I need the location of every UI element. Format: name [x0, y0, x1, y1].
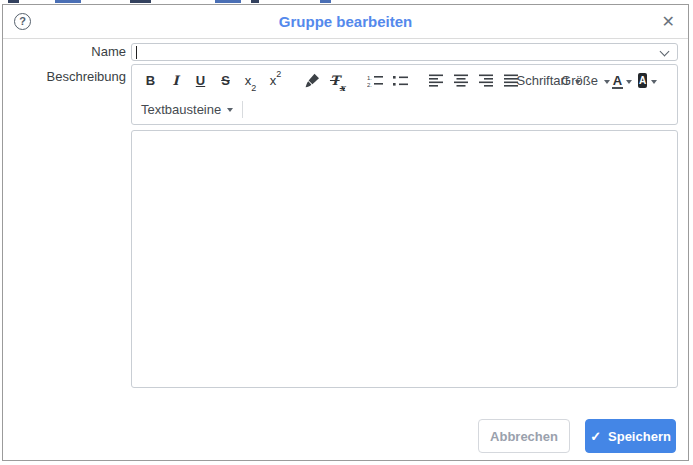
background-text-fragment [215, 0, 241, 3]
numbered-list-button[interactable]: 1. 2. [363, 70, 386, 92]
align-center-button[interactable] [450, 70, 473, 92]
description-label: Beschreibung [5, 64, 126, 84]
text-color-icon: A [613, 73, 622, 88]
underline-button[interactable]: U [189, 70, 212, 92]
description-row: Beschreibung B I U S x2 x2 [3, 64, 678, 388]
chevron-down-icon[interactable] [660, 46, 670, 56]
background-color-icon: A [638, 73, 647, 88]
background-text-fragment [130, 0, 151, 3]
align-center-icon [454, 74, 469, 87]
align-left-button[interactable] [425, 70, 448, 92]
toolbar-row-2: Textbausteine [138, 95, 671, 123]
save-button-label: Speichern [608, 429, 671, 444]
text-color-button[interactable]: A [611, 70, 634, 92]
subscript-mark: 2 [251, 84, 256, 92]
name-label: Name [5, 44, 126, 59]
dialog-header: ? Gruppe bearbeiten ✕ [3, 5, 688, 39]
svg-text:1.: 1. [367, 75, 372, 81]
background-text-fragment [55, 0, 81, 3]
caret-down-icon [227, 108, 233, 112]
background-text-fragment [320, 0, 331, 3]
text-snippets-label: Textbausteine [141, 102, 221, 117]
remove-format-base: T [330, 73, 340, 88]
cancel-button[interactable]: Abbrechen [478, 419, 570, 453]
rich-text-editor: B I U S x2 x2 Tx [131, 64, 678, 388]
copy-formatting-button[interactable] [301, 70, 324, 92]
italic-button[interactable]: I [164, 70, 187, 92]
toolbar-separator [242, 101, 243, 118]
size-dropdown-label: Größe [561, 73, 598, 88]
editor-toolbar: B I U S x2 x2 Tx [131, 64, 678, 125]
align-left-icon [429, 74, 444, 87]
background-text-fragment [251, 0, 259, 3]
bulleted-list-button[interactable] [388, 70, 411, 92]
toolbar-row-1: B I U S x2 x2 Tx [138, 66, 671, 95]
name-input[interactable] [131, 43, 678, 61]
subscript-button[interactable]: x2 [239, 70, 262, 92]
font-dropdown[interactable]: Schriftart [537, 70, 560, 92]
superscript-mark: 2 [276, 70, 281, 79]
background-color-button[interactable]: A [636, 70, 659, 92]
edit-group-dialog: ? Gruppe bearbeiten ✕ Name Beschreibung … [2, 4, 689, 461]
close-icon[interactable]: ✕ [662, 11, 675, 33]
caret-down-icon [651, 80, 657, 84]
bold-button[interactable]: B [139, 70, 162, 92]
text-snippets-dropdown[interactable]: Textbausteine [139, 98, 235, 120]
name-input-field[interactable] [135, 44, 655, 60]
remove-format-mark: x [340, 84, 345, 92]
background-text-fragment [8, 0, 19, 3]
align-right-icon [479, 74, 494, 87]
svg-text:2.: 2. [367, 82, 372, 88]
checkmark-icon: ✓ [590, 429, 601, 444]
name-row: Name [3, 42, 678, 61]
paintbrush-icon [305, 73, 320, 88]
superscript-button[interactable]: x2 [264, 70, 287, 92]
size-dropdown[interactable]: Größe [574, 70, 597, 92]
caret-down-icon [604, 80, 610, 84]
strikethrough-button[interactable]: S [214, 70, 237, 92]
bulleted-list-icon [392, 74, 408, 87]
align-right-button[interactable] [475, 70, 498, 92]
editor-content-area[interactable] [131, 130, 678, 388]
numbered-list-icon: 1. 2. [367, 74, 383, 87]
dialog-title: Gruppe bearbeiten [3, 5, 688, 38]
dialog-footer: Abbrechen ✓ Speichern [478, 419, 676, 453]
caret-down-icon [626, 80, 632, 84]
save-button[interactable]: ✓ Speichern [585, 419, 676, 453]
remove-format-button[interactable]: Tx [326, 70, 349, 92]
